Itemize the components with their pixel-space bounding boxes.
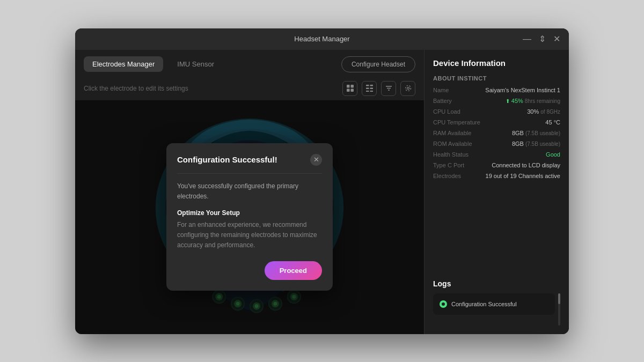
value-typec: Connected to LCD display: [492, 162, 560, 168]
value-electrodes: 19 out of 19 Channels active: [486, 173, 560, 179]
info-row-electrodes: Electrodes 19 out of 19 Channels active: [433, 173, 560, 179]
device-info-table: Name Saiyam's NexStem Instinct 1 Battery…: [433, 87, 560, 179]
label-rom: ROM Available: [433, 141, 472, 147]
logs-title: Logs: [433, 279, 560, 288]
close-button[interactable]: ✕: [553, 35, 560, 43]
right-panel: Device Information About instinct Name S…: [424, 50, 569, 334]
device-info-title: Device Information: [433, 58, 560, 68]
svg-rect-6: [366, 88, 369, 90]
modal-footer: Proceed: [177, 261, 322, 280]
label-battery: Battery: [433, 98, 452, 104]
info-row-battery: Battery ⬆ 45% 8hrs remaining: [433, 98, 560, 104]
tab-imu-sensor[interactable]: IMU Sensor: [169, 56, 223, 72]
svg-point-14: [405, 86, 411, 91]
left-panel: Electrodes Manager IMU Sensor Configure …: [75, 50, 424, 334]
logs-section: Logs Configuration Successful: [433, 279, 560, 326]
configure-headset-button[interactable]: Configure Headset: [341, 56, 415, 72]
info-row-name: Name Saiyam's NexStem Instinct 1: [433, 87, 560, 93]
svg-rect-3: [350, 89, 354, 92]
minimize-button[interactable]: —: [523, 35, 531, 43]
sub-toolbar: Click the electrode to edit its settings: [75, 79, 424, 100]
svg-rect-9: [370, 91, 373, 92]
value-cpu-load: 30% of 8GHz: [527, 108, 560, 115]
svg-rect-4: [366, 85, 369, 86]
value-cpu-temp: 45 °C: [545, 119, 560, 125]
label-typec: Type C Port: [433, 162, 464, 168]
window-controls: — ⇕ ✕: [523, 35, 560, 43]
settings-button[interactable]: [400, 81, 415, 96]
label-health: Health Status: [433, 151, 469, 158]
window-title: Headset Manager: [294, 35, 349, 43]
modal-body-text: You've successfully configured the prima…: [177, 181, 322, 202]
info-row-cpu-temp: CPU Temperature 45 °C: [433, 119, 560, 125]
headset-area: Configuration Successful! ✕ You've succe…: [75, 100, 424, 334]
modal-close-button[interactable]: ✕: [310, 154, 322, 166]
title-bar: Headset Manager — ⇕ ✕: [75, 28, 569, 50]
list-view-button[interactable]: [362, 81, 377, 96]
toolbar: Electrodes Manager IMU Sensor Configure …: [75, 50, 424, 79]
value-ram: 8GB (7.5B useable): [512, 130, 560, 136]
label-cpu-temp: CPU Temperature: [433, 119, 480, 125]
modal-overlay: Configuration Successful! ✕ You've succe…: [75, 100, 424, 334]
value-health: Good: [546, 151, 560, 158]
configuration-modal: Configuration Successful! ✕ You've succe…: [166, 143, 333, 291]
label-cpu-load: CPU Load: [433, 108, 460, 115]
logs-scrollbar[interactable]: [558, 293, 560, 326]
svg-rect-8: [366, 91, 369, 92]
svg-rect-2: [347, 89, 350, 92]
info-row-rom: ROM Available 8GB (7.5B useable): [433, 141, 560, 147]
info-row-typec: Type C Port Connected to LCD display: [433, 162, 560, 168]
label-ram: RAM Available: [433, 130, 471, 136]
modal-title: Configuration Successful!: [177, 155, 277, 164]
svg-rect-0: [347, 85, 350, 88]
sub-toolbar-label: Click the electrode to edit its settings: [84, 85, 338, 92]
about-title: About instinct: [433, 75, 560, 82]
value-rom: 8GB (7.5B useable): [512, 141, 560, 147]
value-name: Saiyam's NexStem Instinct 1: [485, 87, 560, 93]
svg-point-13: [407, 87, 409, 90]
modal-optimize-body: For an enhanced experience, we recommend…: [177, 220, 322, 251]
modal-header: Configuration Successful! ✕: [177, 154, 322, 166]
info-row-cpu-load: CPU Load 30% of 8GHz: [433, 108, 560, 115]
proceed-button[interactable]: Proceed: [265, 261, 322, 280]
label-name: Name: [433, 87, 449, 93]
label-electrodes: Electrodes: [433, 173, 461, 179]
info-row-ram: RAM Available 8GB (7.5B useable): [433, 130, 560, 136]
main-content: Electrodes Manager IMU Sensor Configure …: [75, 50, 569, 334]
modal-optimize-title: Optimize Your Setup: [177, 209, 322, 217]
resize-button[interactable]: ⇕: [539, 35, 546, 43]
svg-rect-7: [370, 88, 373, 90]
logs-container: Configuration Successful: [433, 293, 555, 315]
grid-view-button[interactable]: [342, 81, 357, 96]
log-status-icon: [440, 300, 447, 308]
modal-divider: [177, 173, 322, 174]
tab-electrodes-manager[interactable]: Electrodes Manager: [84, 56, 163, 72]
app-window: Headset Manager — ⇕ ✕ Electrodes Manager…: [75, 28, 569, 334]
log-entry-text: Configuration Successful: [451, 301, 548, 307]
filter-button[interactable]: [381, 81, 396, 96]
svg-rect-1: [350, 85, 354, 88]
value-battery: ⬆ 45% 8hrs remaining: [506, 98, 560, 104]
svg-rect-5: [370, 85, 373, 86]
info-row-health: Health Status Good: [433, 151, 560, 158]
scrollbar-thumb: [558, 293, 560, 304]
